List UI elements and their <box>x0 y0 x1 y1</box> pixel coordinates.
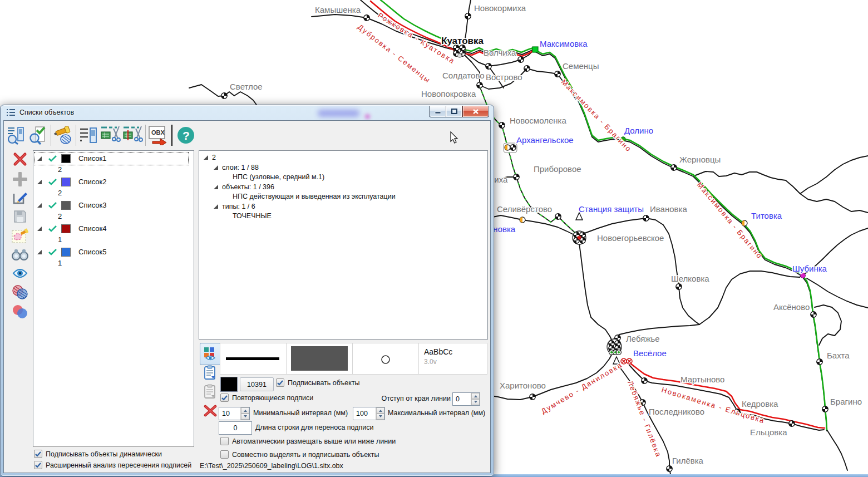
expander-icon[interactable] <box>214 165 218 170</box>
max-interval-spinner[interactable]: 100 <box>353 407 385 420</box>
novoegorievskoe-junction <box>573 231 586 244</box>
minimize-button[interactable] <box>429 106 446 117</box>
list-item-count: 2 <box>58 165 62 174</box>
map-label: Жерновцы <box>679 155 721 164</box>
object-list-icon <box>7 109 16 117</box>
cut-list-by-line-button[interactable] <box>122 124 144 146</box>
help-button[interactable]: ? <box>175 124 197 146</box>
auto-place-checkbox[interactable]: Автоматическии размещать выше или ниже л… <box>220 437 396 445</box>
list-color-swatch <box>61 248 71 257</box>
object-lists-dialog: Списки объектов <box>0 105 494 476</box>
line-style-sample[interactable] <box>220 343 287 375</box>
copy-style-button[interactable] <box>203 365 218 380</box>
dynamic-labeling-checkbox[interactable]: Подписывать объекты динамически <box>34 450 162 458</box>
add-list-button[interactable] <box>9 171 31 188</box>
list-item-count: 1 <box>58 259 62 267</box>
expander-icon[interactable] <box>37 156 42 161</box>
tree-node[interactable]: ТОЧЕЧНЫЕ <box>233 212 272 220</box>
dialog-titlebar[interactable]: Списки объектов <box>1 105 494 120</box>
map-label: Волчиха <box>484 48 516 57</box>
check-icon[interactable] <box>48 201 57 209</box>
check-icon[interactable] <box>48 225 57 232</box>
select-by-area-button[interactable] <box>9 228 31 244</box>
wrap-length-label: Длина строки для переноса подписи <box>255 424 374 431</box>
expander-icon[interactable] <box>37 227 42 231</box>
map-label: Новопокровка <box>421 89 476 99</box>
checkbox-label: Совместно выделять и подписывать объекты <box>232 451 379 459</box>
spinner-arrows[interactable] <box>471 393 480 405</box>
cut-list-button[interactable] <box>100 124 122 146</box>
lists-panel[interactable]: Список1 2 Список2 2 Список3 2 Список4 1 … <box>33 150 194 447</box>
repeat-labels-checkbox[interactable]: Повторяющиеся подписи <box>220 394 313 402</box>
expander-icon[interactable] <box>214 204 218 209</box>
color-code-button[interactable]: 10391 <box>240 377 274 391</box>
expander-icon[interactable] <box>204 155 208 160</box>
map-label: Ивановка <box>650 204 687 214</box>
tree-node[interactable]: объекты: 1 / 396 <box>214 183 274 191</box>
details-tree-panel[interactable]: 2 слои: 1 / 88 НПС (узловые, средний м.1… <box>199 150 488 340</box>
find-in-list-button[interactable] <box>5 124 27 146</box>
offset-value[interactable]: 0 <box>453 393 471 405</box>
intersect-solid-button[interactable] <box>9 303 31 320</box>
legend-visibility-button[interactable] <box>200 343 221 365</box>
map-label: Кедровка <box>742 399 778 409</box>
edit-list-button[interactable] <box>9 189 31 206</box>
spinner-arrows[interactable] <box>376 407 384 420</box>
delete-list-button[interactable] <box>9 151 31 168</box>
list-item[interactable]: Список4 <box>35 223 106 234</box>
map-label: Весёлое <box>633 348 667 358</box>
svg-text:?: ? <box>183 129 190 142</box>
close-button[interactable] <box>462 106 489 117</box>
wrap-length-field[interactable]: 0 <box>219 421 252 435</box>
extended-analysis-checkbox[interactable]: Расширенный анализ пересечения подписей <box>34 461 191 469</box>
map-label: Камышенка <box>315 5 361 14</box>
clear-style-button[interactable] <box>203 403 218 419</box>
label-style-panel: AaBbCc 3.0v 10391 Подписывать объекты По… <box>199 340 487 463</box>
min-interval-spinner[interactable]: 10 <box>219 407 250 420</box>
check-icon[interactable] <box>48 248 57 255</box>
tree-node[interactable]: НПС (узловые, средний м.1) <box>233 173 324 181</box>
visibility-button[interactable] <box>9 265 31 282</box>
font-style-sample[interactable]: AaBbCc 3.0v <box>418 343 487 375</box>
tree-node[interactable]: слои: 1 / 88 <box>214 164 259 171</box>
fill-style-sample[interactable] <box>286 343 353 375</box>
list-item-label: Список5 <box>78 248 106 256</box>
highlight-button[interactable] <box>52 124 75 146</box>
maximize-button[interactable] <box>446 106 462 117</box>
list-color-swatch <box>61 178 71 186</box>
list-color-swatch <box>61 154 71 163</box>
list-item[interactable]: Список2 <box>35 176 106 188</box>
label-objects-checkbox[interactable]: Подписывать объекты <box>276 378 360 387</box>
joint-select-checkbox[interactable]: Совместно выделять и подписывать объекты <box>220 450 379 459</box>
expander-icon[interactable] <box>214 185 218 189</box>
offset-spinner[interactable]: 0 <box>452 392 480 406</box>
lebyazhye-junction <box>607 339 622 355</box>
wrap-length-value[interactable]: 0 <box>219 422 251 434</box>
min-interval-value[interactable]: 10 <box>219 407 240 420</box>
export-obx-button[interactable]: OBX <box>147 124 169 146</box>
list-item[interactable]: Список5 <box>35 246 106 258</box>
list-composition-button[interactable] <box>77 124 100 146</box>
map-label: Гилёвка <box>672 456 704 465</box>
intersect-hatched-button[interactable] <box>9 284 31 301</box>
find-on-map-button[interactable] <box>27 124 50 146</box>
glass-blur-hint <box>318 110 359 117</box>
list-item[interactable]: Список3 <box>35 199 106 211</box>
max-interval-label: Максимальный интервал (мм) <box>388 409 485 417</box>
tree-node[interactable]: НПС действующая и выведенная из эксплуат… <box>233 193 396 200</box>
max-interval-value[interactable]: 100 <box>353 407 376 420</box>
map-label: Куатовка <box>441 36 484 46</box>
expander-icon[interactable] <box>37 203 42 208</box>
binoculars-button[interactable] <box>9 246 31 263</box>
tree-node[interactable]: типы: 1 / 6 <box>214 203 255 210</box>
expander-icon[interactable] <box>37 180 42 184</box>
label-color-swatch[interactable] <box>220 377 238 392</box>
check-icon[interactable] <box>48 178 57 185</box>
save-list-button <box>9 208 31 225</box>
tree-node[interactable]: 2 <box>204 154 216 161</box>
spinner-arrows[interactable] <box>240 407 249 420</box>
expander-icon[interactable] <box>37 250 42 254</box>
list-item[interactable]: Список1 <box>35 153 106 164</box>
check-icon[interactable] <box>48 155 57 162</box>
point-style-sample[interactable] <box>352 343 419 375</box>
